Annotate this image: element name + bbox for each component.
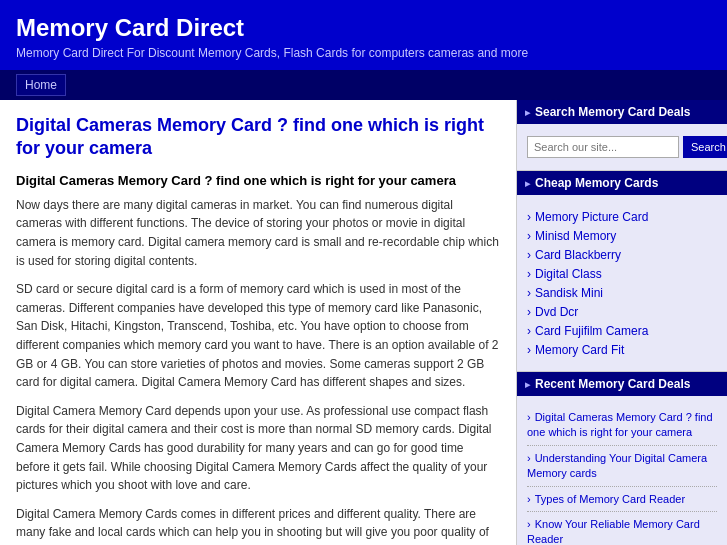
paragraph-2: SD card or secure digital card is a form… (16, 280, 500, 392)
list-item: Types of Memory Card Reader (527, 490, 717, 512)
recent-link-1[interactable]: Understanding Your Digital Camera Memory… (527, 451, 717, 482)
list-item: Sandisk Mini (527, 283, 717, 302)
recent-section: Recent Memory Card Deals Digital Cameras… (517, 372, 727, 545)
search-button[interactable]: Search (683, 136, 727, 158)
paragraph-4: Digital Camera Memory Cards comes in dif… (16, 505, 500, 545)
recent-section-title: Recent Memory Card Deals (517, 372, 727, 396)
search-section-body: Search (517, 124, 727, 171)
cheap-section: Cheap Memory Cards Memory Picture Card M… (517, 171, 727, 372)
search-section: Search Memory Card Deals Search (517, 100, 727, 171)
list-item: Understanding Your Digital Camera Memory… (527, 449, 717, 487)
cheap-link-4[interactable]: Sandisk Mini (527, 286, 603, 300)
article-subheading: Digital Cameras Memory Card ? find one w… (16, 173, 500, 188)
nav-bar: Home (0, 70, 727, 100)
cheap-link-2[interactable]: Card Blackberry (527, 248, 621, 262)
list-item: Card Blackberry (527, 245, 717, 264)
list-item: Dvd Dcr (527, 302, 717, 321)
nav-home[interactable]: Home (16, 74, 66, 96)
list-item: Memory Card Fit (527, 340, 717, 359)
article-heading: Digital Cameras Memory Card ? find one w… (16, 114, 500, 161)
recent-link-3[interactable]: Know Your Reliable Memory Card Reader (527, 517, 717, 545)
sidebar: Search Memory Card Deals Search Cheap Me… (517, 100, 727, 545)
cheap-links-list: Memory Picture Card Minisd Memory Card B… (527, 203, 717, 363)
search-input[interactable] (527, 136, 679, 158)
site-header: Memory Card Direct Memory Card Direct Fo… (0, 0, 727, 70)
list-item: Memory Picture Card (527, 207, 717, 226)
recent-section-body: Digital Cameras Memory Card ? find one w… (517, 396, 727, 545)
main-content: Digital Cameras Memory Card ? find one w… (0, 100, 517, 545)
list-item: Know Your Reliable Memory Card Reader (527, 515, 717, 545)
paragraph-3: Digital Camera Memory Card depends upon … (16, 402, 500, 495)
cheap-link-7[interactable]: Memory Card Fit (527, 343, 624, 357)
list-item: Digital Cameras Memory Card ? find one w… (527, 408, 717, 446)
search-section-title: Search Memory Card Deals (517, 100, 727, 124)
cheap-section-title: Cheap Memory Cards (517, 171, 727, 195)
cheap-link-3[interactable]: Digital Class (527, 267, 602, 281)
list-item: Minisd Memory (527, 226, 717, 245)
cheap-link-6[interactable]: Card Fujifilm Camera (527, 324, 648, 338)
main-container: Digital Cameras Memory Card ? find one w… (0, 100, 727, 545)
recent-link-0[interactable]: Digital Cameras Memory Card ? find one w… (527, 410, 717, 441)
list-item: Card Fujifilm Camera (527, 321, 717, 340)
paragraph-1: Now days there are many digital cameras … (16, 196, 500, 270)
cheap-link-0[interactable]: Memory Picture Card (527, 210, 648, 224)
cheap-section-body: Memory Picture Card Minisd Memory Card B… (517, 195, 727, 372)
site-subtitle: Memory Card Direct For Discount Memory C… (16, 46, 711, 60)
recent-link-2[interactable]: Types of Memory Card Reader (527, 492, 717, 507)
cheap-link-1[interactable]: Minisd Memory (527, 229, 616, 243)
cheap-link-5[interactable]: Dvd Dcr (527, 305, 578, 319)
list-item: Digital Class (527, 264, 717, 283)
search-row: Search (527, 136, 717, 158)
recent-links-list: Digital Cameras Memory Card ? find one w… (527, 404, 717, 545)
site-title: Memory Card Direct (16, 14, 711, 42)
